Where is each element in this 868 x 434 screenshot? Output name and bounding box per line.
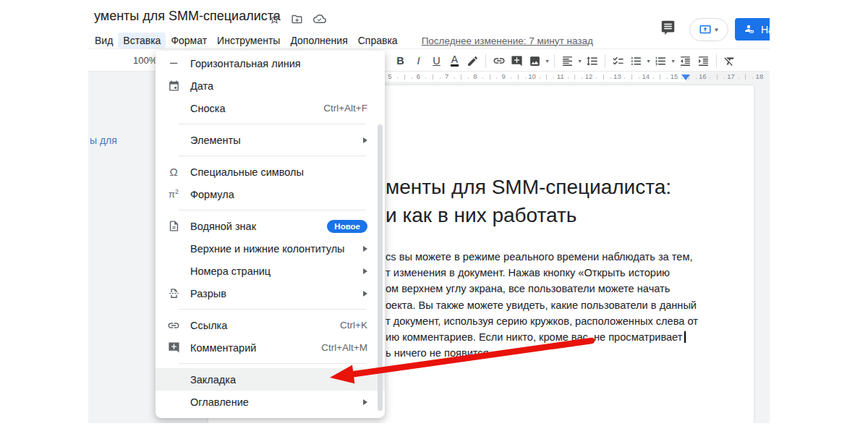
insert-menu-item[interactable]: Элементы (156, 129, 385, 151)
insert-menu-item[interactable]: Оглавление (156, 391, 385, 413)
ruler-number: 7 (445, 72, 448, 81)
ruler-tick (404, 75, 405, 80)
insert-menu-item-label: Дата (190, 80, 367, 92)
ruler-tick (518, 75, 519, 80)
ruler-tick (596, 77, 597, 79)
clear-formatting-button[interactable] (720, 51, 739, 70)
insert-image-button[interactable] (526, 51, 544, 70)
bulleted-list-button[interactable] (627, 51, 645, 70)
insert-menu-item[interactable]: Номера страниц (156, 260, 385, 282)
ruler-tick (482, 77, 483, 79)
document-body: cs вы можете в режиме реального времени … (386, 249, 698, 361)
text-color-button[interactable]: A (446, 51, 464, 70)
insert-menu-item[interactable]: КомментарийCtrl+Alt+M (156, 336, 385, 359)
menubar-item[interactable]: Инструменты (212, 33, 285, 48)
insert-menu-item-label: Ссылка (190, 320, 340, 331)
ruler-tick (525, 77, 526, 79)
submenu-arrow-icon (363, 246, 367, 252)
ruler-number: 5 (388, 72, 391, 81)
ruler-number: 13 (613, 72, 621, 81)
ruler-tick (511, 77, 511, 79)
dropdown-caret-icon[interactable]: ▾ (544, 58, 550, 64)
ruler-tick (454, 77, 455, 79)
page-break-icon (166, 287, 182, 299)
insert-link-button[interactable] (490, 51, 508, 70)
ruler-number: 12 (585, 72, 593, 81)
menubar-item[interactable]: Формат (166, 33, 212, 48)
last-edit-link[interactable]: Последнее изменение: 7 минут назад (422, 35, 593, 46)
highlight-color-button[interactable] (464, 51, 482, 70)
submenu-arrow-icon (363, 291, 367, 297)
outline-item[interactable]: ы для (90, 135, 117, 146)
ruler-tick (490, 75, 490, 80)
insert-menu-item-label: Оглавление (190, 396, 363, 408)
numbered-list-button[interactable] (652, 51, 670, 70)
insert-menu-item-label: Комментарий (190, 342, 321, 354)
insert-menu-item-label: Сноска (190, 103, 323, 114)
document-text-line: т документ, используя серию кружков, рас… (386, 313, 698, 329)
indent-marker-icon[interactable] (681, 75, 690, 80)
menu-shortcut: Ctrl+Alt+M (321, 342, 367, 353)
underline-button[interactable]: U (427, 51, 446, 70)
align-button[interactable] (558, 51, 576, 70)
insert-menu-item[interactable]: ΩСпециальные символы (156, 161, 385, 183)
document-text-line: ь ничего не появится. (386, 345, 698, 361)
indent-decrease-button[interactable] (676, 51, 694, 70)
insert-menu-item[interactable]: Закладка (156, 368, 385, 391)
dropdown-caret-icon[interactable]: ▾ (645, 58, 652, 64)
insert-menu-item-label: Верхние и нижние колонтитулы (190, 243, 363, 255)
menubar-item[interactable]: Вставка (118, 33, 166, 48)
insert-menu-item[interactable]: Верхние и нижние колонтитулы (156, 237, 385, 260)
ruler-tick (540, 77, 540, 79)
ruler-number: 6 (417, 72, 420, 81)
insert-menu-item[interactable]: π2Формула (156, 183, 385, 205)
ruler-tick (425, 77, 426, 79)
ruler-tick (696, 77, 697, 79)
insert-menu-item-label: Разрыв (190, 288, 363, 299)
insert-menu-item[interactable]: Разрыв (156, 282, 385, 305)
ruler-tick (582, 77, 582, 79)
dropdown-caret-icon[interactable]: ▾ (576, 58, 583, 64)
ruler-tick (631, 75, 632, 80)
google-docs-window: 56789101112131415161718 ументы для SMM-с… (0, 0, 770, 423)
document-heading: менты для SMM-специалиста: и как в них р… (386, 173, 671, 229)
watermark-icon (166, 220, 182, 232)
insert-menu-item[interactable]: СсылкаCtrl+K (156, 314, 385, 336)
insert-menu-item-label: Горизонтальная линия (190, 58, 367, 69)
bold-button[interactable]: B (391, 51, 409, 70)
new-badge: Новое (327, 220, 367, 233)
menu-divider (179, 210, 366, 210)
menu-divider (179, 363, 366, 364)
dropdown-caret-icon[interactable]: ▾ (670, 58, 676, 64)
menubar-item[interactable]: Справка (353, 33, 403, 48)
ruler-number: 14 (642, 72, 650, 81)
insert-menu-item-label: Номера страниц (190, 265, 363, 277)
formula-icon: π2 (166, 188, 182, 200)
menu-scrollbar[interactable] (378, 124, 383, 411)
comment-add-icon (166, 341, 182, 354)
ruler-tick (667, 77, 668, 79)
omega-icon: Ω (166, 166, 182, 178)
menubar-item[interactable]: Дополнения (285, 33, 352, 48)
ruler-tick (660, 75, 660, 80)
toolbar: BIUA▾▾▾▾ (391, 51, 739, 70)
checklist-button[interactable] (609, 51, 627, 70)
indent-increase-button[interactable] (694, 51, 712, 70)
italic-button[interactable]: I (409, 51, 427, 70)
ruler-tick (412, 77, 412, 79)
ruler-tick (752, 77, 753, 79)
insert-menu-item-label: Элементы (190, 135, 363, 146)
insert-menu-item-label: Водяной знак (190, 221, 327, 232)
insert-menu-item[interactable]: Дата (156, 75, 385, 97)
line-spacing-button[interactable] (583, 51, 601, 70)
insert-comment-button[interactable] (508, 51, 526, 70)
insert-menu-item[interactable]: СноскаCtrl+Alt+F (156, 97, 385, 119)
calendar-icon (166, 80, 182, 92)
insert-menu-item[interactable]: Водяной знакНовое (156, 215, 385, 237)
ruler-number: 16 (699, 72, 707, 81)
submenu-arrow-icon (363, 137, 367, 143)
menubar-item[interactable]: Вид (90, 33, 118, 48)
menu-divider (179, 309, 366, 310)
menu-divider (179, 156, 366, 156)
insert-menu-item[interactable]: Горизонтальная линия (156, 52, 385, 75)
